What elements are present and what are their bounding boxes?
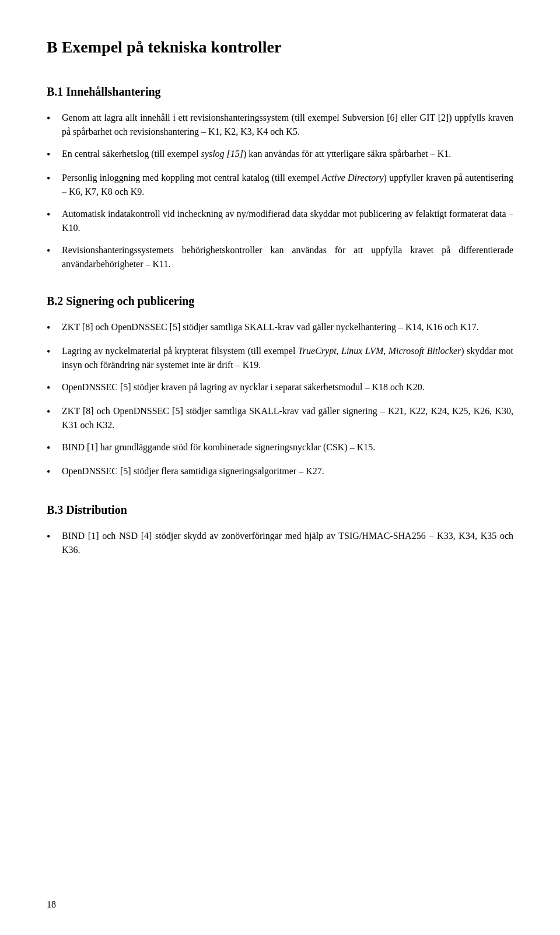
bullet-dot: •: [47, 207, 57, 223]
bullet-text: Lagring av nyckelmaterial på krypterat f…: [62, 344, 513, 372]
bullet-dot: •: [47, 111, 57, 127]
section-b1-list: • Genom att lagra allt innehåll i ett re…: [47, 111, 513, 271]
bullet-dot: •: [47, 320, 57, 336]
bullet-dot: •: [47, 440, 57, 456]
list-item: • Automatisk indatakontroll vid incheckn…: [47, 207, 513, 235]
bullet-text: OpenDNSSEC [5] stödjer kraven på lagring…: [62, 380, 513, 394]
bullet-dot: •: [47, 404, 57, 420]
bullet-text: ZKT [8] och OpenDNSSEC [5] stödjer samtl…: [62, 404, 513, 432]
list-item: • BIND [1] och NSD [4] stödjer skydd av …: [47, 529, 513, 557]
section-b3-heading: B.3 Distribution: [47, 501, 513, 519]
page-content: B Exempel på tekniska kontroller B.1 Inn…: [0, 0, 560, 614]
bullet-dot: •: [47, 171, 57, 187]
list-item: • En central säkerhetslog (till exempel …: [47, 147, 513, 163]
bullet-text: Personlig inloggning med koppling mot ce…: [62, 171, 513, 199]
section-b2-heading: B.2 Signering och publicering: [47, 292, 513, 310]
list-item: • Personlig inloggning med koppling mot …: [47, 171, 513, 199]
bullet-text: Revisionshanteringssystemets behörighets…: [62, 243, 513, 271]
bullet-text: Automatisk indatakontroll vid inchecknin…: [62, 207, 513, 235]
bullet-text: BIND [1] och NSD [4] stödjer skydd av zo…: [62, 529, 513, 557]
bullet-text: Genom att lagra allt innehåll i ett revi…: [62, 111, 513, 139]
bullet-dot: •: [47, 344, 57, 360]
page-title: B Exempel på tekniska kontroller: [47, 35, 513, 59]
list-item: • OpenDNSSEC [5] stödjer flera samtidiga…: [47, 464, 513, 480]
list-item: • OpenDNSSEC [5] stödjer kraven på lagri…: [47, 380, 513, 396]
bullet-text: BIND [1] har grundläggande stöd för komb…: [62, 440, 513, 454]
list-item: • Genom att lagra allt innehåll i ett re…: [47, 111, 513, 139]
bullet-text: OpenDNSSEC [5] stödjer flera samtidiga s…: [62, 464, 513, 478]
bullet-text: En central säkerhetslog (till exempel sy…: [62, 147, 513, 161]
list-item: • Revisionshanteringssystemets behörighe…: [47, 243, 513, 271]
bullet-text: ZKT [8] och OpenDNSSEC [5] stödjer samtl…: [62, 320, 513, 334]
bullet-dot: •: [47, 243, 57, 259]
list-item: • ZKT [8] och OpenDNSSEC [5] stödjer sam…: [47, 404, 513, 432]
page-number: 18: [47, 898, 56, 912]
list-item: • Lagring av nyckelmaterial på krypterat…: [47, 344, 513, 372]
bullet-dot: •: [47, 464, 57, 480]
bullet-dot: •: [47, 147, 57, 163]
list-item: • ZKT [8] och OpenDNSSEC [5] stödjer sam…: [47, 320, 513, 336]
list-item: • BIND [1] har grundläggande stöd för ko…: [47, 440, 513, 456]
bullet-dot: •: [47, 380, 57, 396]
section-b1-heading: B.1 Innehållshantering: [47, 83, 513, 100]
section-b3-list: • BIND [1] och NSD [4] stödjer skydd av …: [47, 529, 513, 557]
bullet-dot: •: [47, 529, 57, 545]
section-b2-list: • ZKT [8] och OpenDNSSEC [5] stödjer sam…: [47, 320, 513, 480]
